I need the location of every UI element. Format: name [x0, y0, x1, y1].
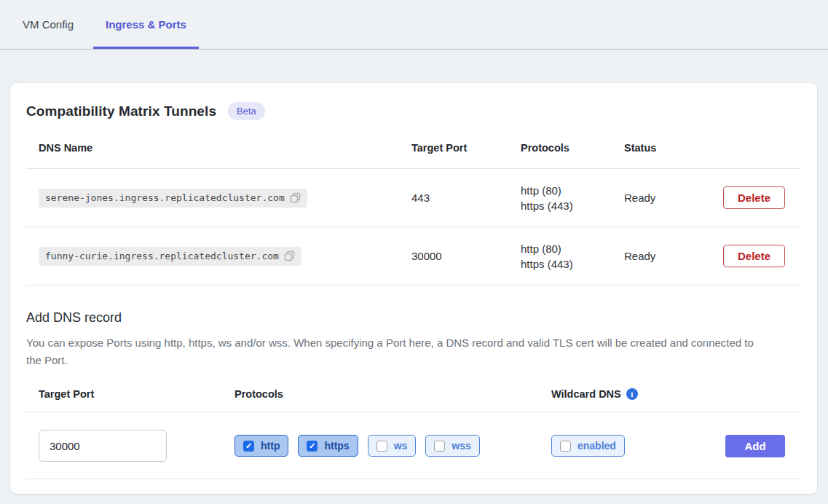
- checkbox-icon: [434, 441, 445, 452]
- dns-name-text: serene-jones.ingress.replicatedcluster.c…: [45, 192, 285, 203]
- target-port-value: 30000: [411, 250, 521, 262]
- card-title: Compatibility Matrix Tunnels: [26, 103, 216, 119]
- checkbox-label: wss: [452, 440, 470, 452]
- add-button[interactable]: Add: [725, 435, 785, 457]
- form-divider: [26, 412, 801, 412]
- checkbox-label: http: [261, 440, 280, 452]
- protocol-line: https (443): [521, 198, 624, 213]
- header-target-port: Target Port: [411, 142, 521, 154]
- add-dns-record-description: You can expose Ports using http, https, …: [26, 334, 762, 369]
- copy-icon[interactable]: [290, 192, 301, 204]
- info-icon[interactable]: i: [626, 388, 638, 400]
- table-bottom-divider: [26, 285, 801, 286]
- protocol-line: http (80): [521, 183, 624, 198]
- protocol-checkbox-group: http https ws wss: [234, 435, 551, 457]
- checkbox-label: enabled: [577, 440, 616, 452]
- target-port-value: 443: [411, 192, 521, 204]
- tab-bar: VM Config Ingress & Ports: [0, 0, 828, 50]
- delete-button[interactable]: Delete: [723, 245, 785, 267]
- copy-icon[interactable]: [284, 251, 296, 262]
- protocols-cell: http (80) https (443): [521, 241, 624, 272]
- header-dns-name: DNS Name: [39, 142, 411, 154]
- status-value: Ready: [624, 192, 712, 204]
- dns-name-pill: serene-jones.ingress.replicatedcluster.c…: [39, 189, 307, 208]
- tab-ingress-ports[interactable]: Ingress & Ports: [93, 0, 199, 49]
- table-row: serene-jones.ingress.replicatedcluster.c…: [26, 168, 801, 227]
- table-row: funny-curie.ingress.replicatedcluster.co…: [26, 227, 801, 285]
- tab-vm-config[interactable]: VM Config: [23, 0, 74, 49]
- status-value: Ready: [624, 250, 712, 262]
- card-bottom-divider: [26, 479, 801, 479]
- dns-name-text: funny-curie.ingress.replicatedcluster.co…: [45, 251, 279, 261]
- dns-name-pill: funny-curie.ingress.replicatedcluster.co…: [39, 247, 301, 266]
- checkbox-label: ws: [394, 440, 408, 452]
- delete-button[interactable]: Delete: [723, 186, 785, 209]
- label-wildcard-dns: Wildcard DNS: [551, 388, 621, 400]
- checkbox-label: https: [324, 440, 349, 452]
- checkbox-icon: [376, 441, 387, 452]
- form-row: http https ws wss enabled Add: [26, 430, 801, 462]
- checkbox-wildcard-enabled[interactable]: enabled: [551, 435, 625, 457]
- add-dns-record-title: Add DNS record: [26, 310, 801, 326]
- beta-badge: Beta: [228, 102, 265, 120]
- tunnels-card: Compatibility Matrix Tunnels Beta DNS Na…: [10, 83, 817, 494]
- checkbox-icon: [243, 441, 254, 452]
- checkbox-https[interactable]: https: [298, 435, 358, 457]
- table-header-row: DNS Name Target Port Protocols Status: [26, 136, 801, 160]
- checkbox-http[interactable]: http: [234, 435, 288, 457]
- protocol-line: https (443): [521, 256, 624, 272]
- target-port-input[interactable]: [39, 430, 167, 462]
- checkbox-icon: [307, 441, 318, 452]
- label-protocols: Protocols: [234, 388, 551, 400]
- checkbox-wss[interactable]: wss: [425, 435, 479, 457]
- form-labels-row: Target Port Protocols Wildcard DNS i: [26, 388, 801, 400]
- header-protocols: Protocols: [521, 142, 624, 154]
- label-target-port: Target Port: [39, 388, 234, 400]
- protocol-line: http (80): [521, 241, 624, 256]
- checkbox-icon: [560, 441, 571, 452]
- tunnels-table: DNS Name Target Port Protocols Status se…: [26, 136, 801, 286]
- header-status: Status: [624, 142, 712, 154]
- protocols-cell: http (80) https (443): [521, 183, 624, 213]
- card-title-row: Compatibility Matrix Tunnels Beta: [26, 102, 801, 120]
- checkbox-ws[interactable]: ws: [368, 435, 417, 457]
